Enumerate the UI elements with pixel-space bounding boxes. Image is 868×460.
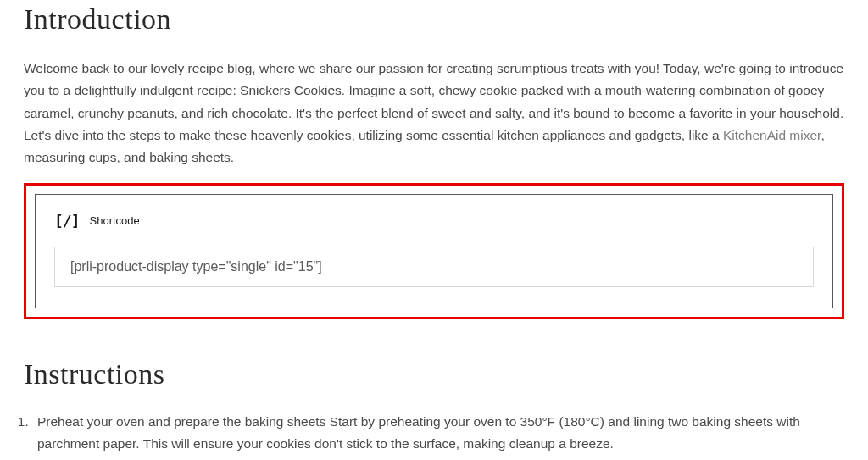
introduction-paragraph: Welcome back to our lovely recipe blog, … [24, 58, 844, 169]
intro-text-before-link: Welcome back to our lovely recipe blog, … [24, 61, 843, 142]
list-item: Preheat your oven and prepare the baking… [32, 411, 844, 456]
instructions-list: Preheat your oven and prepare the baking… [15, 411, 844, 456]
highlighted-annotation-box: [/] Shortcode [24, 183, 844, 319]
shortcode-icon: [/] [54, 212, 80, 230]
kitchenaid-mixer-link[interactable]: KitchenAid mixer [723, 128, 821, 142]
shortcode-block-label: Shortcode [90, 214, 140, 227]
shortcode-block-header: [/] Shortcode [54, 212, 814, 230]
shortcode-input[interactable] [70, 259, 798, 274]
instructions-heading: Instructions [24, 358, 844, 391]
introduction-heading: Introduction [24, 3, 844, 36]
shortcode-block: [/] Shortcode [35, 194, 833, 308]
shortcode-input-wrapper [54, 247, 814, 287]
